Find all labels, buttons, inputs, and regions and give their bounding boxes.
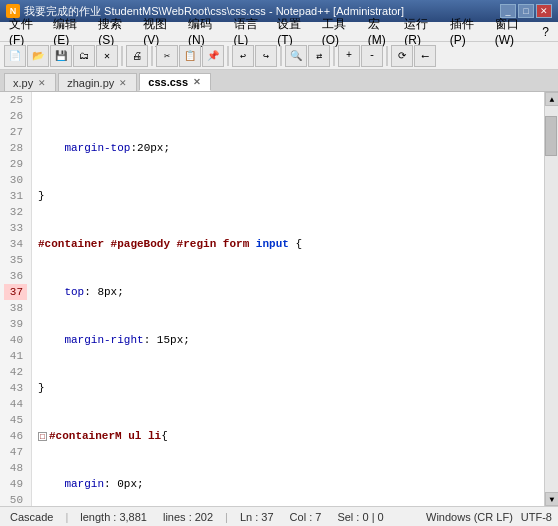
line-num-32: 32: [4, 204, 27, 220]
line-num-44: 44: [4, 396, 27, 412]
menu-window[interactable]: 窗口(W): [490, 15, 536, 48]
line-num-39: 39: [4, 316, 27, 332]
redo-button[interactable]: ↪: [255, 45, 277, 67]
code-line-29: margin-right: 15px;: [32, 332, 544, 348]
menu-file[interactable]: 文件(F): [4, 15, 46, 48]
line-num-31: 31: [4, 188, 27, 204]
tab-csscss-close[interactable]: ✕: [192, 77, 202, 87]
undo-button[interactable]: ↩: [232, 45, 254, 67]
code-line-30: }: [32, 380, 544, 396]
status-length: length : 3,881: [76, 511, 151, 523]
menu-search[interactable]: 搜索(S): [93, 15, 136, 48]
tab-csscss[interactable]: css.css ✕: [139, 73, 211, 91]
line-num-36: 36: [4, 268, 27, 284]
line-num-26: 26: [4, 108, 27, 124]
line-num-46: 46: [4, 428, 27, 444]
tab-zhaginpy[interactable]: zhagin.py ✕: [58, 73, 137, 91]
status-lines: lines : 202: [159, 511, 217, 523]
paste-button[interactable]: 📌: [202, 45, 224, 67]
line-num-27: 27: [4, 124, 27, 140]
status-ln: Ln : 37: [236, 511, 278, 523]
status-right: Windows (CR LF) UTF-8: [426, 511, 552, 523]
tab-bar: x.py ✕ zhagin.py ✕ css.css ✕: [0, 70, 558, 92]
wrap-button[interactable]: ⟵: [414, 45, 436, 67]
code-lines: margin-top:20px; } #container #pageBody …: [32, 92, 544, 506]
code-line-32: margin: 0px;: [32, 476, 544, 492]
zoom-in-button[interactable]: +: [338, 45, 360, 67]
status-cascade: Cascade: [6, 511, 57, 523]
line-numbers: 25 26 27 28 29 30 31 32 33 34 35 36 37 3…: [0, 92, 32, 506]
menu-run[interactable]: 运行(R): [399, 15, 442, 48]
line-num-38: 38: [4, 300, 27, 316]
status-sel: Sel : 0 | 0: [333, 511, 387, 523]
status-encoding: UTF-8: [521, 511, 552, 523]
toolbar-separator-2: [151, 46, 153, 66]
line-num-40: 40: [4, 332, 27, 348]
tab-xpy-label: x.py: [13, 77, 33, 89]
menu-bar: 文件(F) 编辑(E) 搜索(S) 视图(V) 编码(N) 语言(L) 设置(T…: [0, 22, 558, 42]
close-button[interactable]: ✕: [536, 4, 552, 18]
line-num-34: 34: [4, 236, 27, 252]
menu-language[interactable]: 语言(L): [229, 15, 271, 48]
toolbar-separator-3: [227, 46, 229, 66]
line-num-29: 29: [4, 156, 27, 172]
code-line-25: margin-top:20px;: [32, 140, 544, 156]
line-num-47: 47: [4, 444, 27, 460]
menu-tools[interactable]: 工具(O): [317, 15, 361, 48]
cut-button[interactable]: ✂: [156, 45, 178, 67]
line-num-50: 50: [4, 492, 27, 506]
tab-zhaginpy-label: zhagin.py: [67, 77, 114, 89]
vertical-scrollbar[interactable]: ▲ ▼: [544, 92, 558, 506]
line-num-37: 37: [4, 284, 27, 300]
toolbar-separator-5: [333, 46, 335, 66]
line-num-49: 49: [4, 476, 27, 492]
save-button[interactable]: 💾: [50, 45, 72, 67]
replace-button[interactable]: ⇄: [308, 45, 330, 67]
menu-settings[interactable]: 设置(T): [272, 15, 314, 48]
menu-plugins[interactable]: 插件(P): [445, 15, 488, 48]
close-button-tb[interactable]: ✕: [96, 45, 118, 67]
line-num-41: 41: [4, 348, 27, 364]
zoom-out-button[interactable]: -: [361, 45, 383, 67]
scrollbar-thumb[interactable]: [545, 116, 557, 156]
tab-xpy-close[interactable]: ✕: [37, 78, 47, 88]
scrollbar-track[interactable]: [545, 106, 558, 492]
save-all-button[interactable]: 🗂: [73, 45, 95, 67]
toolbar-separator-4: [280, 46, 282, 66]
line-num-42: 42: [4, 364, 27, 380]
find-button[interactable]: 🔍: [285, 45, 307, 67]
line-num-28: 28: [4, 140, 27, 156]
menu-macro[interactable]: 宏(M): [363, 15, 398, 48]
status-bar: Cascade | length : 3,881 lines : 202 | L…: [0, 506, 558, 526]
code-line-27: #container #pageBody #regin form input {: [32, 236, 544, 252]
status-col: Col : 7: [286, 511, 326, 523]
status-line-ending: Windows (CR LF): [426, 511, 513, 523]
open-button[interactable]: 📂: [27, 45, 49, 67]
menu-encoding[interactable]: 编码(N): [183, 15, 226, 48]
code-line-31: □#containerM ul li{: [32, 428, 544, 444]
editor-container: 25 26 27 28 29 30 31 32 33 34 35 36 37 3…: [0, 92, 558, 506]
tab-xpy[interactable]: x.py ✕: [4, 73, 56, 91]
code-line-28: top: 8px;: [32, 284, 544, 300]
toolbar-separator-1: [121, 46, 123, 66]
copy-button[interactable]: 📋: [179, 45, 201, 67]
code-line-26: }: [32, 188, 544, 204]
line-num-25: 25: [4, 92, 27, 108]
scrollbar-up-button[interactable]: ▲: [545, 92, 558, 106]
tab-csscss-label: css.css: [148, 76, 188, 88]
code-area[interactable]: margin-top:20px; } #container #pageBody …: [32, 92, 544, 506]
menu-edit[interactable]: 编辑(E): [48, 15, 91, 48]
line-num-45: 45: [4, 412, 27, 428]
menu-view[interactable]: 视图(V): [138, 15, 181, 48]
line-num-30: 30: [4, 172, 27, 188]
line-num-33: 33: [4, 220, 27, 236]
line-num-43: 43: [4, 380, 27, 396]
sync-button[interactable]: ⟳: [391, 45, 413, 67]
line-num-48: 48: [4, 460, 27, 476]
scrollbar-down-button[interactable]: ▼: [545, 492, 558, 506]
tab-zhaginpy-close[interactable]: ✕: [118, 78, 128, 88]
toolbar-separator-6: [386, 46, 388, 66]
print-button[interactable]: 🖨: [126, 45, 148, 67]
new-button[interactable]: 📄: [4, 45, 26, 67]
menu-help[interactable]: ?: [537, 24, 554, 40]
